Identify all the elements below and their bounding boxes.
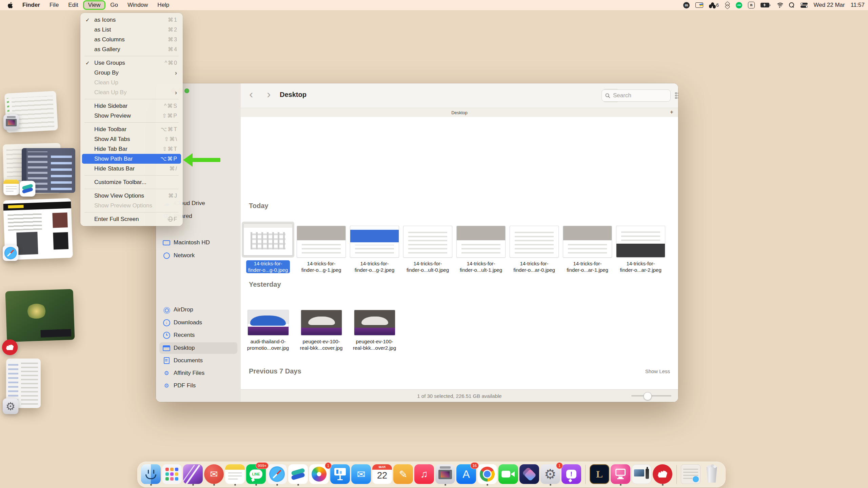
file-item[interactable]: 14-tricks-for-finder-o...ult-0.jpeg (401, 214, 454, 273)
dock-item-keynote[interactable] (330, 464, 350, 485)
view-menu-item-show-all-tabs[interactable]: Show All Tabs⇧⌘\ (82, 134, 181, 144)
file-item[interactable]: 14-tricks-for-finder-o...g-2.jpeg (348, 214, 401, 273)
view-menu-item-as-gallery[interactable]: as Gallery⌘4 (82, 44, 181, 54)
tab-bar[interactable]: Desktop + (241, 108, 678, 117)
menu-window[interactable]: Window (127, 2, 148, 8)
dock-item-affinity-photo[interactable] (183, 464, 203, 485)
slider-thumb[interactable] (644, 392, 652, 400)
dock-item-photo-booth[interactable] (435, 464, 455, 485)
icon-size-slider[interactable] (631, 395, 671, 396)
league-of-legends-window-preview[interactable] (5, 289, 75, 342)
file-item[interactable]: peugeot-ev-100-real-bkk...over2.jpg (348, 306, 401, 351)
dock-item-minimized-window[interactable] (681, 464, 701, 485)
view-menu-item-as-list[interactable]: as List⌘2 (82, 25, 181, 35)
menu-item-label: as Icons (94, 17, 168, 23)
menu-file[interactable]: File (50, 2, 59, 8)
dock-item-purple-alert[interactable]: ! (561, 464, 581, 485)
battery-charging-icon[interactable] (761, 3, 771, 7)
menu-bar-date[interactable]: Wed 22 Mar (813, 2, 845, 8)
file-item[interactable]: 14-tricks-for-finder-o...ar-0.jpeg (508, 214, 561, 273)
dock-item-red-mail[interactable]: ✉ (204, 464, 224, 485)
back-button[interactable]: ‹ (249, 88, 253, 100)
dock-item-pages[interactable]: ✎ (393, 464, 413, 485)
menu-finder[interactable]: Finder (22, 2, 40, 8)
file-item[interactable]: 14-tricks-for-finder-o...ar-2.jpeg (614, 214, 667, 273)
notion-icon[interactable]: n (748, 2, 755, 8)
file-item[interactable]: audi-thailand-0-promotio...over.jpg (241, 306, 295, 351)
menu-view[interactable]: View (88, 2, 101, 8)
file-item[interactable]: peugeot-ev-100-real-bkk...cover.jpg (295, 306, 348, 351)
control-center-icon[interactable] (801, 3, 808, 8)
zoom-traffic-light[interactable] (184, 88, 189, 93)
dock-item-photo-utility[interactable] (632, 464, 651, 485)
view-menu-item-hide-sidebar[interactable]: Hide Sidebar^⌘S (82, 101, 181, 111)
file-thumbnail-article-blue (350, 226, 399, 258)
new-tab-button[interactable]: + (670, 109, 673, 116)
view-menu-item-hide-toolbar[interactable]: Hide Toolbar⌥⌘T (82, 124, 181, 134)
file-item[interactable]: 14-tricks-for-finder-o...ar-1.jpeg (561, 214, 614, 273)
dock-item-app-store[interactable]: A16 (456, 464, 476, 485)
view-menu-item-hide-status-bar[interactable]: Hide Status Bar⌘/ (82, 164, 181, 174)
dock-item-shortcuts[interactable] (519, 464, 539, 485)
view-menu-item-as-icons[interactable]: ✓as Icons⌘1 (82, 15, 181, 25)
diamond-stack-icon[interactable] (725, 2, 730, 8)
dock-item-riot-games[interactable] (653, 464, 672, 485)
dock-item-system-settings[interactable]: ⚙1 (540, 464, 560, 485)
view-menu-item-group-by[interactable]: Group By› (82, 68, 181, 78)
view-menu-item-show-path-bar[interactable]: Show Path Bar⌥⌘P (82, 154, 181, 164)
sidebar-item-label: PDF Fils (174, 382, 196, 389)
menu-bar-clock[interactable]: 11:57 (851, 2, 865, 8)
tab-desktop[interactable]: Desktop (451, 110, 468, 115)
view-menu-item-hide-tab-bar[interactable]: Hide Tab Bar⇧⌘T (82, 144, 181, 154)
menu-go[interactable]: Go (110, 2, 118, 8)
spotlight-icon[interactable] (789, 2, 795, 8)
sidebar-item-network[interactable]: Network (159, 250, 237, 261)
dock-item-mail[interactable]: ✉ (351, 464, 371, 485)
sidebar-item-affinity-files[interactable]: ⚙Affinity Files (159, 367, 237, 379)
dock-item-finder[interactable] (141, 464, 161, 485)
menu-edit[interactable]: Edit (68, 2, 78, 8)
show-less-button[interactable]: Show Less (645, 368, 670, 374)
view-menu-item-show-preview[interactable]: Show Preview⇧⌘P (82, 111, 181, 121)
search-input[interactable] (612, 92, 665, 99)
dock-item-trash[interactable] (702, 464, 722, 485)
menu-help[interactable]: Help (157, 2, 169, 8)
view-menu-item-enter-full-screen[interactable]: Enter Full ScreenF (82, 214, 181, 224)
display-ukraine-icon[interactable] (695, 2, 703, 8)
forward-button[interactable]: › (267, 88, 271, 100)
sidebar-item-macintosh-hd[interactable]: Macintosh HD (159, 237, 237, 248)
dock-item-cleanmymac[interactable] (611, 464, 630, 485)
line-mini-icon[interactable]: LINE (736, 2, 742, 8)
safari-badge-icon (3, 245, 18, 260)
wifi-icon[interactable] (776, 3, 783, 8)
dock-item-music[interactable]: ♫ (414, 464, 434, 485)
view-menu-item-as-columns[interactable]: as Columns⌘3 (82, 35, 181, 44)
file-item[interactable]: 14-tricks-for-finder-o...g-1.jpeg (295, 214, 348, 273)
search-field[interactable] (601, 89, 671, 102)
view-menu-item-use-groups[interactable]: ✓Use Groups^⌘0 (82, 58, 181, 68)
sidebar-item-recents[interactable]: Recents (159, 329, 237, 341)
dock-item-photos[interactable]: 1 (309, 464, 329, 485)
dock-item-facetime[interactable] (498, 464, 518, 485)
dock-item-league-of-legends[interactable]: L (590, 464, 609, 485)
apple-menu-icon[interactable] (7, 2, 13, 8)
dock-item-calendar[interactable]: MAR22 (372, 464, 392, 485)
dock-item-launchpad[interactable] (162, 464, 182, 485)
sidebar-item-documents[interactable]: Documents (159, 355, 237, 366)
dock-item-line[interactable]: LINE999+ (246, 464, 266, 485)
sidebar-item-downloads[interactable]: ↓Downloads (159, 317, 237, 328)
mastodon-circle-icon[interactable]: m (683, 2, 690, 8)
dock-item-notes[interactable] (225, 464, 245, 485)
dock-item-wave-app[interactable] (288, 464, 308, 485)
sidebar-item-airdrop[interactable]: AirDrop (159, 304, 237, 316)
dock-item-safari[interactable] (267, 464, 287, 485)
file-item[interactable]: 14-tricks-for-finder-o...ult-1.jpeg (454, 214, 508, 273)
view-menu-item-show-view-options[interactable]: Show View Options⌘J (82, 191, 181, 201)
sidebar-item-pdf-fils[interactable]: ⚙PDF Fils (159, 380, 237, 391)
paw-icon[interactable]: 6 (709, 2, 719, 8)
file-item-selected[interactable]: 14-tricks-for-finder-o...g-0.jpeg (241, 214, 295, 273)
view-menu-item-customize-toolbar[interactable]: Customize Toolbar... (82, 177, 181, 187)
group-by-button[interactable]: › (671, 89, 678, 102)
sidebar-item-desktop[interactable]: Desktop (159, 342, 237, 354)
dock-item-chrome[interactable] (477, 464, 497, 485)
